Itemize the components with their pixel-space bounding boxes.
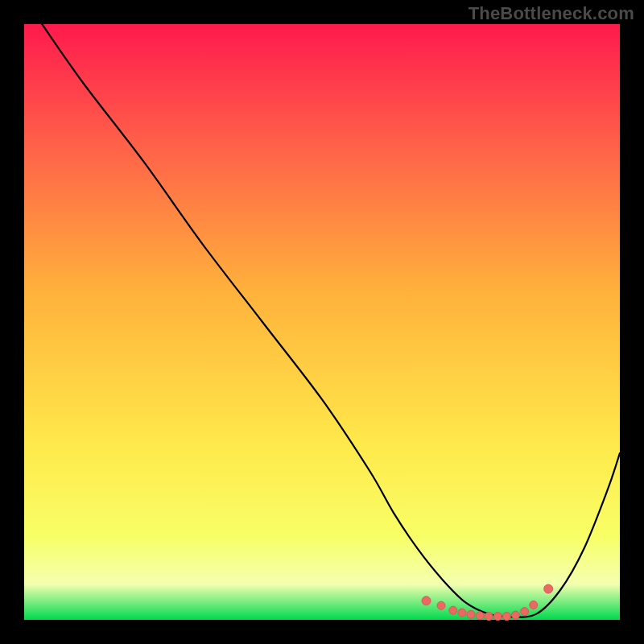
highlight-dot (437, 601, 445, 609)
highlight-dot (467, 610, 475, 618)
highlight-dot (485, 613, 493, 621)
highlight-dot (544, 584, 553, 593)
highlight-dot (476, 612, 484, 620)
highlight-dot (502, 613, 510, 621)
highlight-dot (493, 613, 502, 621)
highlight-dot (512, 611, 520, 619)
highlight-dot (521, 608, 529, 616)
watermark-text: TheBottleneck.com (469, 3, 634, 24)
highlight-dot (449, 606, 457, 614)
bottleneck-chart (0, 0, 644, 644)
highlight-dot (422, 597, 431, 605)
plot-area (24, 24, 620, 620)
chart-frame: TheBottleneck.com (0, 0, 644, 644)
highlight-dot (530, 601, 538, 609)
highlight-dot (458, 609, 466, 617)
